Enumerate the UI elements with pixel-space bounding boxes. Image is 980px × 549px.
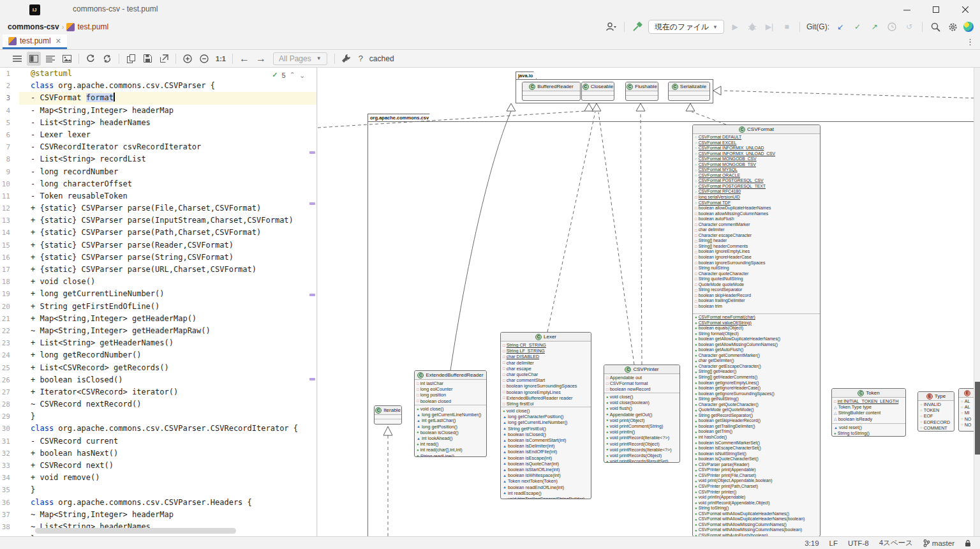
line-number[interactable]: 17 xyxy=(0,264,19,276)
zoom-out-icon[interactable] xyxy=(197,52,211,66)
line-number[interactable]: 10 xyxy=(0,178,19,190)
actual-size-button[interactable]: 1:1 xyxy=(214,52,228,66)
line-number[interactable]: 20 xyxy=(0,301,19,313)
line-number[interactable]: 38 xyxy=(0,521,19,533)
line-number[interactable]: 28 xyxy=(0,398,19,410)
write-access-lock-icon[interactable] xyxy=(965,539,971,547)
refresh-icon[interactable] xyxy=(84,52,98,66)
scrollbar-thumb[interactable] xyxy=(975,382,980,455)
split-view-icon[interactable] xyxy=(27,52,41,66)
line-number[interactable]: 3 xyxy=(0,92,19,104)
run-with-coverage-button[interactable]: ▶| xyxy=(763,20,776,33)
inspections-widget[interactable]: ✓5 ⌃ ⌃ xyxy=(269,70,308,80)
user-profile-icon[interactable] xyxy=(605,20,618,33)
close-button[interactable] xyxy=(951,0,980,19)
line-number[interactable]: 37 xyxy=(0,509,19,521)
save-icon[interactable] xyxy=(140,52,154,66)
source-only-view-icon[interactable] xyxy=(10,52,24,66)
line-number[interactable]: 25 xyxy=(0,362,19,374)
line-number[interactable]: 23 xyxy=(0,337,19,349)
debug-button[interactable] xyxy=(746,20,759,33)
copy-icon[interactable] xyxy=(124,52,138,66)
file-encoding[interactable]: UTF-8 xyxy=(848,539,869,547)
help-icon[interactable]: ? xyxy=(359,54,363,63)
search-icon[interactable] xyxy=(929,20,942,33)
history-clock-icon[interactable] xyxy=(886,20,898,33)
error-stripe-mark[interactable] xyxy=(309,202,315,205)
line-number[interactable]: 26 xyxy=(0,374,19,386)
line-number[interactable]: 1 xyxy=(0,68,19,80)
line-number[interactable]: 9 xyxy=(0,166,19,178)
back-icon[interactable]: ← xyxy=(237,52,251,66)
line-number[interactable]: 4 xyxy=(0,105,19,117)
error-stripe-mark[interactable] xyxy=(309,294,315,296)
error-stripe-mark[interactable] xyxy=(309,151,315,154)
run-button[interactable]: ▶ xyxy=(729,20,741,33)
line-number[interactable]: 32 xyxy=(0,447,19,460)
run-configuration-dropdown[interactable]: 現在のファイル▼ xyxy=(648,20,724,34)
line-number[interactable]: 11 xyxy=(0,190,19,202)
line-number[interactable]: 27 xyxy=(0,386,19,398)
member-row: ●void printRecords(ResultSet) xyxy=(606,458,678,463)
tab-close-icon[interactable]: ✕ xyxy=(56,37,61,45)
plantuml-preview[interactable]: java.io org.apache.commons.csv xyxy=(318,68,980,536)
prev-problem-icon[interactable]: ⌃ xyxy=(290,71,295,79)
line-number[interactable]: 36 xyxy=(0,497,19,509)
line-number[interactable]: 16 xyxy=(0,252,19,264)
line-number[interactable]: 2 xyxy=(0,80,19,92)
preview-only-view-icon[interactable] xyxy=(43,52,57,66)
line-number[interactable]: 5 xyxy=(0,117,19,129)
line-number[interactable]: 30 xyxy=(0,423,19,435)
line-number[interactable]: 33 xyxy=(0,460,19,472)
rollback-icon[interactable]: ↺ xyxy=(903,20,916,33)
line-number[interactable]: 7 xyxy=(0,141,19,153)
tab-options-icon[interactable]: ⋮ xyxy=(966,37,975,47)
line-number[interactable]: 15 xyxy=(0,239,19,252)
settings-gear-icon[interactable] xyxy=(946,20,959,33)
line-number[interactable]: 29 xyxy=(0,410,19,423)
indent-style[interactable]: 4スペース xyxy=(879,538,913,548)
export-icon[interactable] xyxy=(157,52,171,66)
minimize-button[interactable] xyxy=(892,0,921,19)
plugin-sphere-icon[interactable] xyxy=(963,22,974,32)
line-separator[interactable]: LF xyxy=(829,539,838,547)
zoom-in-icon[interactable] xyxy=(181,52,195,66)
line-number[interactable]: 21 xyxy=(0,313,19,325)
line-number[interactable]: 18 xyxy=(0,276,19,288)
git-commit-icon[interactable]: ✓ xyxy=(851,20,864,33)
git-update-icon[interactable]: ↙ xyxy=(834,20,847,33)
line-number[interactable]: 14 xyxy=(0,227,19,239)
visibility-icon: □ xyxy=(503,361,505,365)
settings-wrench-icon[interactable] xyxy=(339,52,353,66)
line-number[interactable]: 8 xyxy=(0,153,19,165)
line-number[interactable]: 24 xyxy=(0,349,19,361)
error-stripe-mark[interactable] xyxy=(309,378,315,380)
member-row: ●String format(Object) xyxy=(695,331,818,337)
reload-all-icon[interactable] xyxy=(100,52,114,66)
breadcrumb-project[interactable]: commons-csv xyxy=(8,22,59,31)
git-branch[interactable]: master xyxy=(923,539,954,547)
editor-horizontal-scrollbar[interactable] xyxy=(35,528,236,534)
line-number[interactable]: 6 xyxy=(0,129,19,141)
maximize-button[interactable] xyxy=(921,0,951,19)
preview-vertical-scrollbar[interactable] xyxy=(974,68,980,536)
line-number[interactable]: 13 xyxy=(0,214,19,227)
stop-button[interactable]: ■ xyxy=(780,20,793,33)
line-number[interactable]: 12 xyxy=(0,202,19,214)
forward-icon[interactable]: → xyxy=(254,52,268,66)
breadcrumb-file[interactable]: test.puml xyxy=(77,22,108,31)
line-number[interactable]: 22 xyxy=(0,325,19,337)
pages-dropdown[interactable]: All Pages▼ xyxy=(273,52,327,65)
member-row: □boolean ignoreSurroundingSpaces xyxy=(503,383,589,389)
line-number[interactable]: 35 xyxy=(0,484,19,496)
line-number[interactable]: 34 xyxy=(0,472,19,484)
line-number[interactable]: 19 xyxy=(0,288,19,300)
line-number[interactable]: 31 xyxy=(0,435,19,447)
tab-test-puml[interactable]: test.puml ✕ xyxy=(3,34,67,49)
diagram-image-icon[interactable] xyxy=(60,52,74,66)
build-hammer-icon[interactable] xyxy=(631,20,644,33)
caret-position[interactable]: 3:19 xyxy=(805,539,819,547)
code-editor[interactable]: 1@startuml2class org.apache.commons.csv.… xyxy=(0,68,317,536)
git-push-icon[interactable]: ↗ xyxy=(868,20,881,33)
next-problem-icon[interactable]: ⌃ xyxy=(299,71,305,79)
